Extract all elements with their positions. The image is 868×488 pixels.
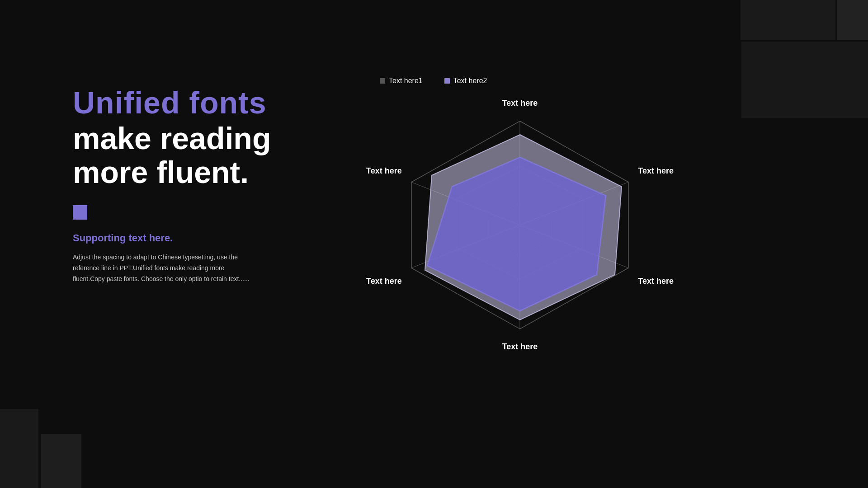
axis-label-top-left: Text here xyxy=(366,166,402,176)
axis-label-bottom-left: Text here xyxy=(366,277,402,286)
radar-chart-area: Text here1 Text here2 Text here Text her… xyxy=(316,77,723,393)
axis-label-top-right: Text here xyxy=(638,166,674,176)
body-text: Adjust the spacing to adapt to Chinese t… xyxy=(73,252,254,284)
legend-dot-purple xyxy=(444,78,450,84)
deco-rect-top-right-3 xyxy=(741,42,868,118)
axis-label-bottom-right: Text here xyxy=(638,277,674,286)
legend-item-2: Text here2 xyxy=(444,77,487,85)
legend-item-1: Text here1 xyxy=(380,77,423,85)
deco-rect-bottom-left-2 xyxy=(41,434,81,488)
deco-rect-bottom-left-1 xyxy=(0,409,38,488)
legend-label-2: Text here2 xyxy=(453,77,487,85)
left-content-area: Unified fonts make reading more fluent. … xyxy=(73,86,326,285)
radar-svg xyxy=(362,94,678,356)
axis-label-bottom: Text here xyxy=(502,342,538,352)
legend-dot-dark xyxy=(380,78,385,84)
title-purple: Unified fonts xyxy=(73,86,326,120)
deco-rect-top-right-2 xyxy=(837,0,868,40)
radar-chart-container: Text here Text here Text here Text here … xyxy=(362,94,678,356)
title-white: make reading more fluent. xyxy=(73,122,326,189)
purple-square-decoration xyxy=(73,205,87,220)
chart-legend: Text here1 Text here2 xyxy=(380,77,723,85)
axis-label-top: Text here xyxy=(502,99,538,108)
supporting-text: Supporting text here. xyxy=(73,232,326,244)
legend-label-1: Text here1 xyxy=(389,77,423,85)
deco-rect-top-right-1 xyxy=(741,0,835,40)
